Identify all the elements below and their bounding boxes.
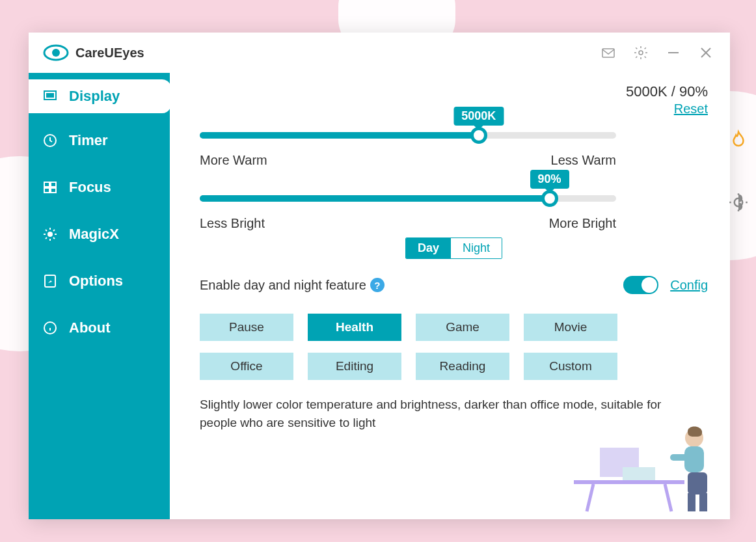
help-icon[interactable]: ? [370, 278, 385, 292]
svg-point-3 [639, 51, 643, 55]
windows-icon [42, 179, 59, 196]
sidebar-item-options[interactable]: Options [29, 258, 170, 305]
svg-rect-12 [44, 188, 49, 193]
gear-icon[interactable] [631, 43, 651, 62]
temperature-right-label: Less Warm [551, 153, 616, 168]
brightness-icon [729, 193, 748, 212]
status-readout: 5000K / 90% [200, 83, 708, 100]
mode-custom[interactable]: Custom [524, 353, 617, 380]
sidebar-item-label: Display [69, 88, 120, 105]
day-night-toggle: Day Night [200, 237, 708, 259]
svg-line-19 [46, 230, 47, 231]
day-button[interactable]: Day [406, 238, 451, 258]
mode-grid: Pause Health Game Movie Office Editing R… [200, 314, 708, 380]
clock-icon [42, 132, 59, 149]
mode-game[interactable]: Game [416, 314, 509, 341]
monitor-icon [42, 88, 59, 105]
svg-rect-41 [688, 493, 695, 511]
app-window: CareUEyes Display Tim [29, 33, 730, 519]
svg-rect-11 [51, 182, 56, 187]
app-title: CareUEyes [75, 46, 144, 61]
temperature-value-badge: 5000K [453, 107, 504, 126]
brightness-slider[interactable]: 90% [200, 195, 616, 202]
config-link[interactable]: Config [670, 278, 708, 293]
info-icon [42, 319, 59, 336]
brightness-right-label: More Bright [549, 216, 616, 231]
svg-rect-8 [46, 93, 54, 98]
brightness-slider-thumb[interactable] [541, 190, 558, 207]
sidebar: Display Timer Focus MagicX Options About [29, 73, 170, 519]
day-night-feature-row: Enable day and night feature ? Config [200, 276, 708, 294]
mode-reading[interactable]: Reading [416, 353, 509, 380]
sidebar-item-magicx[interactable]: MagicX [29, 211, 170, 258]
mode-movie[interactable]: Movie [524, 314, 617, 341]
mode-pause[interactable]: Pause [200, 314, 293, 341]
sidebar-item-timer[interactable]: Timer [29, 117, 170, 164]
svg-point-1 [52, 49, 60, 57]
mode-office[interactable]: Office [200, 353, 293, 380]
sidebar-item-label: MagicX [69, 226, 119, 243]
svg-rect-10 [44, 182, 49, 187]
mode-health[interactable]: Health [308, 314, 401, 341]
minimize-icon[interactable] [664, 43, 683, 62]
sidebar-item-focus[interactable]: Focus [29, 164, 170, 211]
day-night-feature-label: Enable day and night feature [200, 278, 366, 293]
svg-rect-36 [623, 467, 655, 480]
sidebar-item-about[interactable]: About [29, 305, 170, 351]
sidebar-item-label: About [69, 319, 111, 336]
mail-icon[interactable] [599, 43, 618, 62]
reset-link[interactable]: Reset [674, 102, 708, 116]
sidebar-item-display[interactable]: Display [29, 79, 171, 113]
svg-point-14 [47, 232, 53, 237]
sidebar-item-label: Options [69, 273, 123, 290]
brightness-left-label: Less Bright [200, 216, 265, 231]
svg-line-20 [53, 237, 55, 239]
svg-line-22 [53, 230, 55, 231]
sidebar-item-label: Timer [69, 132, 108, 149]
svg-rect-2 [602, 49, 614, 57]
temperature-slider-thumb[interactable] [470, 127, 487, 144]
app-logo-icon [43, 44, 69, 62]
brightness-value-badge: 90% [530, 170, 569, 189]
svg-rect-32 [574, 480, 684, 484]
temperature-slider[interactable]: 5000K [200, 132, 616, 139]
brightness-slider-block: 90% Less Bright More Bright [200, 195, 708, 231]
svg-rect-13 [51, 188, 56, 193]
svg-rect-40 [688, 472, 707, 495]
main-panel: 5000K / 90% Reset 5000K More Warm Les [170, 73, 730, 519]
close-icon[interactable] [696, 43, 716, 62]
titlebar: CareUEyes [29, 33, 730, 73]
sun-sparkle-icon [42, 226, 59, 243]
night-button[interactable]: Night [451, 238, 502, 258]
svg-line-21 [46, 237, 47, 239]
temperature-slider-block: 5000K More Warm Less Warm [200, 132, 708, 168]
mode-editing[interactable]: Editing [308, 353, 401, 380]
svg-line-33 [587, 484, 593, 511]
decorative-illustration [561, 402, 723, 513]
temperature-left-label: More Warm [200, 153, 267, 168]
svg-rect-39 [670, 454, 690, 461]
flame-icon [729, 129, 748, 149]
tablet-arrow-icon [42, 273, 59, 290]
svg-rect-42 [699, 493, 707, 511]
day-night-switch[interactable] [623, 276, 658, 294]
sidebar-item-label: Focus [69, 179, 111, 196]
svg-line-34 [665, 484, 671, 511]
